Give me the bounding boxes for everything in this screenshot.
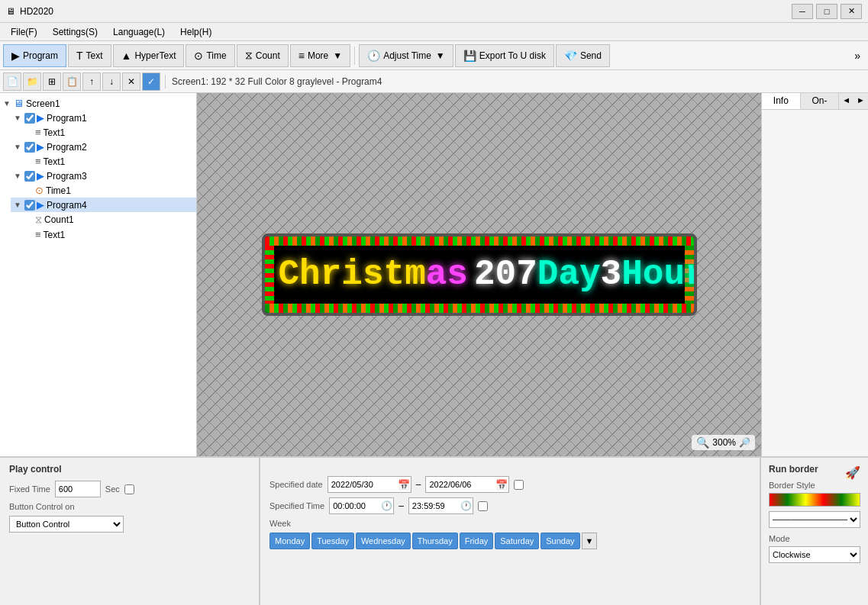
adjust-time-dropdown-icon: ▼ — [436, 50, 445, 61]
program-icon: ▶ — [11, 50, 20, 62]
tuesday-btn[interactable]: Tuesday — [311, 533, 354, 549]
schedule-section: Specified date 📅 – 📅 Specified Time 🕐 – … — [260, 458, 761, 605]
button-control-select[interactable]: Button Control — [9, 516, 124, 533]
move-up-button[interactable]: ↑ — [82, 72, 101, 91]
hypertext-button[interactable]: ▲ HyperText — [113, 44, 185, 67]
more-button[interactable]: ≡ More ▼ — [290, 44, 350, 67]
adjust-time-button[interactable]: 🕐 Adjust Time ▼ — [359, 44, 453, 67]
fixed-time-checkbox[interactable] — [124, 484, 134, 494]
week-dropdown-btn[interactable]: ▼ — [582, 533, 598, 549]
program1-checkbox[interactable] — [24, 113, 35, 124]
send-button[interactable]: 💎 Send — [556, 44, 610, 67]
tree-item-program3[interactable]: ▼ ▶ Program3 — [11, 169, 196, 183]
screen-icon: 🖥 — [14, 98, 24, 109]
tree-label-count1: Count1 — [44, 214, 74, 225]
open-button[interactable]: 📁 — [23, 72, 41, 91]
text1c-icon: ≡ — [35, 229, 41, 240]
clock-to-icon[interactable]: 🕐 — [460, 500, 472, 511]
zoom-out-icon[interactable]: 🔎 — [739, 437, 750, 448]
time-checkbox[interactable] — [478, 501, 488, 511]
zoom-in-icon[interactable]: 🔍 — [696, 436, 709, 449]
led-num3-text: 3 — [601, 255, 622, 294]
cal-to-icon[interactable]: 📅 — [495, 479, 508, 491]
menu-language[interactable]: Language(L) — [105, 25, 173, 39]
tree-arrow-screen1: ▼ — [3, 99, 14, 108]
tree-item-text1c[interactable]: ≡ Text1 — [21, 227, 196, 242]
mode-label: Mode — [769, 534, 860, 543]
program2-checkbox[interactable] — [24, 142, 35, 153]
main-layout: ▼ 🖥 Screen1 ▼ ▶ Program1 ≡ Text1 ▼ ▶ Pro… — [0, 93, 868, 456]
tree-item-program4[interactable]: ▼ ▶ Program4 — [11, 198, 196, 212]
tree-item-count1[interactable]: ⧖ Count1 — [21, 212, 196, 227]
tab-on[interactable]: On- — [801, 93, 840, 109]
program3-checkbox[interactable] — [24, 171, 35, 182]
right-panel-scroll-right[interactable]: ► — [853, 93, 868, 109]
paste-button[interactable]: 📋 — [63, 72, 81, 91]
check-button[interactable]: ✓ — [142, 72, 160, 91]
tree-item-text1b[interactable]: ≡ Text1 — [21, 154, 196, 169]
minimize-button[interactable]: ─ — [792, 4, 813, 19]
tree-item-screen1[interactable]: ▼ 🖥 Screen1 — [0, 96, 196, 111]
border-style-select[interactable]: ────────────── — [769, 511, 860, 528]
mode-select[interactable]: Clockwise Counter-Clockwise Static Blink — [769, 546, 860, 563]
tree-item-program2[interactable]: ▼ ▶ Program2 — [11, 140, 196, 154]
program4-icon: ▶ — [37, 199, 44, 211]
time1-icon: ⊙ — [35, 185, 44, 196]
clock-from-icon[interactable]: 🕐 — [381, 500, 392, 511]
tree-item-time1[interactable]: ⊙ Time1 — [21, 183, 196, 198]
cal-from-icon[interactable]: 📅 — [398, 479, 410, 491]
copy-button[interactable]: ⊞ — [43, 72, 61, 91]
adjust-time-icon: 🕐 — [367, 50, 380, 62]
toolbar-divider1 — [354, 47, 355, 65]
led-border-left — [265, 246, 274, 304]
time-icon: ⊙ — [194, 50, 203, 62]
friday-btn[interactable]: Friday — [460, 533, 494, 549]
menu-help[interactable]: Help(H) — [173, 25, 219, 39]
count-button[interactable]: ⧖ Count — [237, 44, 289, 67]
saturday-btn[interactable]: Saturday — [495, 533, 539, 549]
date-separator: – — [416, 479, 421, 490]
specified-date-row: Specified date 📅 – 📅 — [269, 476, 750, 493]
date-checkbox[interactable] — [514, 480, 524, 490]
program-button[interactable]: ▶ Program — [3, 44, 66, 67]
program4-checkbox[interactable] — [24, 200, 35, 211]
program1-icon: ▶ — [37, 112, 44, 124]
more-dropdown-icon: ▼ — [333, 50, 342, 61]
tree-arrow-program3: ▼ — [14, 172, 24, 180]
text-button[interactable]: T Text — [68, 44, 111, 67]
new-button[interactable]: 📄 — [3, 72, 21, 91]
time-button[interactable]: ⊙ Time — [186, 44, 234, 67]
menu-file[interactable]: File(F) — [3, 25, 45, 39]
tree-item-text1a[interactable]: ≡ Text1 — [21, 125, 196, 140]
specified-date-label: Specified date — [269, 480, 323, 489]
tree-arrow-program4: ▼ — [14, 201, 24, 209]
fixed-time-row: Fixed Time Sec — [9, 481, 250, 497]
week-label: Week — [269, 519, 291, 528]
play-control-section: Play control Fixed Time Sec Button Contr… — [0, 458, 260, 605]
fixed-time-input[interactable] — [55, 481, 101, 497]
zoom-bar: 🔍 300% 🔎 — [692, 435, 755, 450]
toolbar-expand-button[interactable]: » — [850, 48, 865, 63]
monday-btn[interactable]: Monday — [269, 533, 310, 549]
menu-settings[interactable]: Settings(S) — [45, 25, 105, 39]
sunday-btn[interactable]: Sunday — [540, 533, 579, 549]
delete-button[interactable]: ✕ — [122, 72, 140, 91]
maximize-button[interactable]: □ — [816, 4, 837, 19]
thursday-btn[interactable]: Thursday — [412, 533, 458, 549]
tree-item-program1[interactable]: ▼ ▶ Program1 — [11, 111, 196, 125]
export-icon: 💾 — [463, 50, 476, 62]
tab-info[interactable]: Info — [762, 93, 801, 109]
run-border-title: Run border — [769, 464, 818, 475]
zoom-level: 300% — [712, 437, 736, 448]
menu-bar: File(F) Settings(S) Language(L) Help(H) — [0, 23, 868, 41]
tree-arrow-program2: ▼ — [14, 143, 24, 151]
right-panel-scroll-left[interactable]: ◄ — [839, 93, 853, 109]
move-down-button[interactable]: ↓ — [102, 72, 121, 91]
close-button[interactable]: ✕ — [841, 4, 862, 19]
export-button[interactable]: 💾 Export To U disk — [455, 44, 554, 67]
run-border-header: Run border 🚀 — [769, 464, 860, 481]
right-panel: Info On- ◄ ► — [761, 93, 868, 456]
text-icon: T — [76, 50, 83, 62]
info-panel-content — [762, 110, 868, 119]
wednesday-btn[interactable]: Wednesday — [356, 533, 411, 549]
